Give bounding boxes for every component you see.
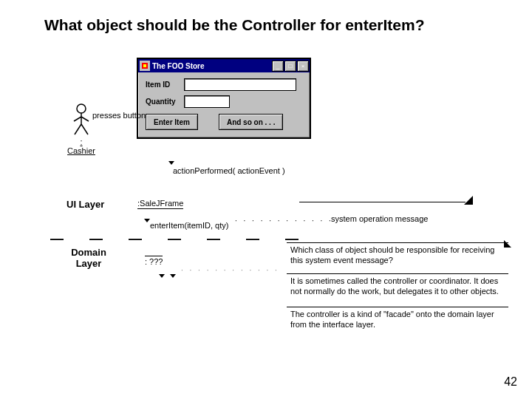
note-text: The controller is a kind of "facade" ont… — [290, 310, 494, 329]
app-icon — [140, 61, 150, 71]
quantity-input[interactable] — [184, 95, 230, 108]
actor-label: : Cashier — [66, 137, 96, 155]
note-ear-icon — [464, 196, 473, 205]
quantity-label: Quantity — [146, 98, 184, 106]
note-text: It is sometimes called the controller or… — [290, 276, 499, 296]
arrowhead-icon — [144, 219, 150, 222]
item-id-label: Item ID — [146, 81, 184, 89]
enter-item-button[interactable]: Enter Item — [146, 114, 198, 130]
svg-point-2 — [77, 104, 86, 113]
note-3: The controller is a kind of "facade" ont… — [287, 307, 508, 334]
arrowhead-icon — [170, 274, 176, 278]
sale-jframe-label: :SaleJFrame — [137, 199, 183, 209]
note-2: It is sometimes called the controller or… — [287, 273, 508, 301]
slide-number: 42 — [504, 375, 517, 389]
note-1: Which class of object should be responsi… — [287, 242, 508, 270]
item-id-input[interactable] — [184, 78, 296, 91]
slide-title: What object should be the Controller for… — [44, 16, 425, 34]
dotted-connector: · · · · · · · · · · · · — [181, 266, 279, 274]
arrowhead-icon — [168, 161, 174, 165]
svg-line-7 — [81, 124, 88, 134]
close-button[interactable]: × — [297, 61, 309, 72]
actor-cashier: : Cashier — [66, 103, 96, 155]
titlebar: The FOO Store _ □ × — [138, 59, 310, 72]
unknown-class-label: : ??? — [145, 256, 163, 266]
and-so-on-button[interactable]: And so on . . . — [219, 114, 284, 130]
arrowhead-icon — [159, 274, 165, 278]
note-ear-icon — [504, 240, 511, 248]
dotted-connector: · · · · · · · · · · · · — [235, 216, 333, 225]
ui-layer-label: UI Layer — [66, 199, 104, 210]
minimize-button[interactable]: _ — [272, 61, 284, 72]
presses-button-label: presses button — [92, 111, 146, 120]
svg-rect-1 — [143, 64, 146, 67]
note-divider — [299, 202, 466, 202]
layer-separator: — — — — — — — — [50, 231, 307, 247]
app-window: The FOO Store _ □ × Item ID Quantity Ent… — [137, 58, 311, 139]
svg-line-4 — [74, 117, 81, 121]
maximize-button[interactable]: □ — [284, 61, 296, 72]
system-op-label: system operation message — [331, 214, 428, 223]
svg-line-6 — [75, 124, 81, 134]
note-text: Which class of object should be responsi… — [290, 245, 494, 265]
window-title: The FOO Store — [152, 62, 205, 70]
svg-line-5 — [81, 117, 89, 121]
domain-layer-label: Domain Layer — [66, 248, 111, 270]
action-performed-label: actionPerformed( actionEvent ) — [173, 166, 285, 175]
enteritem-label: enterItem(itemID, qty) — [150, 221, 228, 230]
